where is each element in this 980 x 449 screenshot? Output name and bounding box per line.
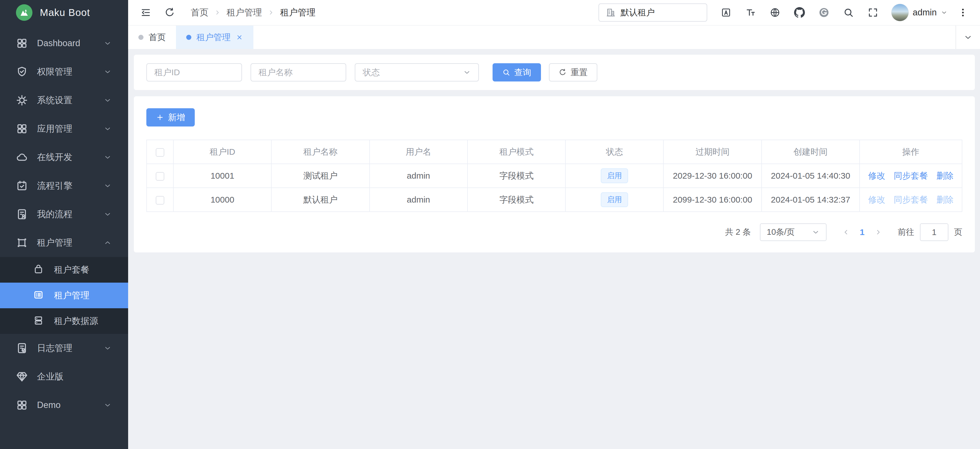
col-username: 用户名 bbox=[369, 140, 468, 164]
filter-card: 状态 查询 重置 bbox=[134, 55, 975, 90]
pagination-goto: 前往 页 bbox=[898, 224, 963, 241]
edit-link[interactable]: 修改 bbox=[868, 194, 885, 206]
refresh-icon[interactable] bbox=[164, 6, 176, 19]
sync-package-link[interactable]: 同步套餐 bbox=[894, 194, 928, 206]
sidebar-item-label: 日志管理 bbox=[37, 342, 103, 354]
tenant-table: 租户ID 租户名称 用户名 租户模式 状态 过期时间 创建时间 操作 bbox=[146, 140, 963, 212]
close-icon[interactable] bbox=[236, 34, 243, 41]
shield-check-icon bbox=[16, 66, 28, 78]
page-unit-label: 页 bbox=[954, 227, 963, 238]
sidebar-item-workflow-engine[interactable]: 流程引擎 bbox=[0, 171, 128, 200]
reset-button-label: 重置 bbox=[571, 67, 588, 78]
sidebar-item-label: 系统设置 bbox=[37, 94, 103, 106]
tenant-id-input[interactable] bbox=[146, 63, 242, 81]
col-create-time: 创建时间 bbox=[762, 140, 859, 164]
goto-page-input[interactable] bbox=[920, 224, 948, 241]
avatar bbox=[891, 4, 909, 21]
sidebar-item-label: Dashboard bbox=[37, 38, 103, 48]
select-all-checkbox[interactable] bbox=[156, 148, 164, 157]
tab-dot-icon bbox=[138, 35, 143, 40]
gear-icon bbox=[16, 94, 28, 106]
tab-tenant-management[interactable]: 租户管理 bbox=[176, 26, 253, 49]
status-select-placeholder: 状态 bbox=[363, 67, 380, 78]
bag-icon bbox=[33, 264, 45, 276]
row-checkbox[interactable] bbox=[156, 172, 164, 181]
theme-icon[interactable] bbox=[720, 6, 732, 19]
prev-page-button[interactable] bbox=[837, 224, 855, 241]
sync-package-link[interactable]: 同步套餐 bbox=[894, 170, 928, 182]
sidebar-item-demo[interactable]: Demo bbox=[0, 391, 128, 419]
sidebar-item-label: 应用管理 bbox=[37, 123, 103, 135]
main-area: 首页 租户管理 租户管理 默认租户 bbox=[128, 0, 980, 449]
gitee-icon[interactable] bbox=[818, 6, 830, 19]
search-button[interactable]: 查询 bbox=[493, 63, 541, 81]
sidebar-item-permissions[interactable]: 权限管理 bbox=[0, 58, 128, 86]
breadcrumb-separator-icon bbox=[214, 9, 221, 16]
user-menu[interactable]: admin bbox=[891, 4, 948, 21]
topbar-tools bbox=[720, 6, 891, 19]
tab-label: 首页 bbox=[149, 32, 166, 43]
sidebar-item-dashboard[interactable]: Dashboard bbox=[0, 29, 128, 58]
cell-username: admin bbox=[369, 188, 468, 212]
breadcrumb-separator-icon bbox=[267, 9, 274, 16]
sidebar: Maku Boot Dashboard 权限管理 系统设置 应用管理 bbox=[0, 0, 128, 449]
tab-home[interactable]: 首页 bbox=[128, 26, 176, 49]
grid-icon bbox=[16, 399, 28, 411]
search-icon[interactable] bbox=[842, 6, 855, 19]
sidebar-item-tenant-package[interactable]: 租户套餐 bbox=[0, 257, 128, 283]
page-size-select[interactable]: 10条/页 bbox=[760, 224, 827, 241]
current-page[interactable]: 1 bbox=[855, 227, 869, 237]
github-icon[interactable] bbox=[793, 6, 806, 19]
breadcrumb-tenant-mgmt[interactable]: 租户管理 bbox=[227, 6, 262, 19]
row-checkbox[interactable] bbox=[156, 196, 164, 205]
next-page-button[interactable] bbox=[869, 224, 888, 241]
sidebar-item-label: Demo bbox=[37, 400, 103, 410]
more-settings-icon[interactable] bbox=[957, 6, 969, 19]
sidebar-menu: Dashboard 权限管理 系统设置 应用管理 在线开发 bbox=[0, 25, 128, 449]
status-select[interactable]: 状态 bbox=[355, 63, 479, 81]
fullscreen-icon[interactable] bbox=[867, 6, 879, 19]
refresh-icon bbox=[558, 69, 566, 76]
tab-dot-icon bbox=[186, 35, 191, 40]
sidebar-item-tenant-management[interactable]: 租户管理 bbox=[0, 228, 128, 257]
table-header-row: 租户ID 租户名称 用户名 租户模式 状态 过期时间 创建时间 操作 bbox=[146, 140, 962, 164]
sidebar-item-app-management[interactable]: 应用管理 bbox=[0, 115, 128, 143]
plus-icon bbox=[156, 113, 164, 121]
sidebar-item-tenant-datasource[interactable]: 租户数据源 bbox=[0, 308, 128, 334]
server-icon bbox=[33, 315, 45, 327]
tenant-select[interactable]: 默认租户 bbox=[598, 3, 707, 22]
search-icon bbox=[502, 69, 510, 76]
cell-expire-time: 2029-12-30 16:00:00 bbox=[663, 164, 761, 188]
chevron-down-icon bbox=[103, 153, 111, 161]
sidebar-item-label: 流程引擎 bbox=[37, 180, 103, 192]
add-button-label: 新增 bbox=[168, 112, 185, 123]
col-tenant-name: 租户名称 bbox=[271, 140, 369, 164]
breadcrumb-home[interactable]: 首页 bbox=[191, 6, 208, 19]
sidebar-item-log-management[interactable]: 日志管理 bbox=[0, 334, 128, 363]
pagination: 共 2 条 10条/页 1 前往 页 bbox=[146, 224, 963, 241]
app-logo[interactable]: Maku Boot bbox=[0, 0, 128, 25]
reset-button[interactable]: 重置 bbox=[549, 63, 597, 81]
tabbar-spacer bbox=[253, 26, 956, 49]
sidebar-item-system-settings[interactable]: 系统设置 bbox=[0, 86, 128, 115]
delete-link[interactable]: 删除 bbox=[936, 170, 953, 182]
cell-create-time: 2024-01-05 14:40:30 bbox=[762, 164, 859, 188]
cell-tenant-id: 10001 bbox=[173, 164, 271, 188]
menu-fold-icon[interactable] bbox=[140, 6, 152, 19]
language-globe-icon[interactable] bbox=[769, 6, 781, 19]
tabs-dropdown-button[interactable] bbox=[956, 26, 980, 49]
sidebar-item-tenant-manage-active[interactable]: 租户管理 bbox=[0, 283, 128, 308]
chevron-down-icon bbox=[103, 39, 111, 47]
edit-link[interactable]: 修改 bbox=[868, 170, 885, 182]
cell-tenant-name: 默认租户 bbox=[271, 188, 369, 212]
add-button[interactable]: 新增 bbox=[146, 108, 195, 126]
sidebar-item-online-dev[interactable]: 在线开发 bbox=[0, 143, 128, 171]
col-expire-time: 过期时间 bbox=[663, 140, 761, 164]
delete-link[interactable]: 删除 bbox=[936, 194, 953, 206]
font-size-icon[interactable] bbox=[744, 6, 757, 19]
tenant-name-input[interactable] bbox=[251, 63, 346, 81]
status-badge: 启用 bbox=[601, 192, 628, 207]
topbar: 首页 租户管理 租户管理 默认租户 bbox=[128, 0, 980, 25]
sidebar-item-my-workflow[interactable]: 我的流程 bbox=[0, 200, 128, 228]
sidebar-item-enterprise[interactable]: 企业版 bbox=[0, 363, 128, 391]
